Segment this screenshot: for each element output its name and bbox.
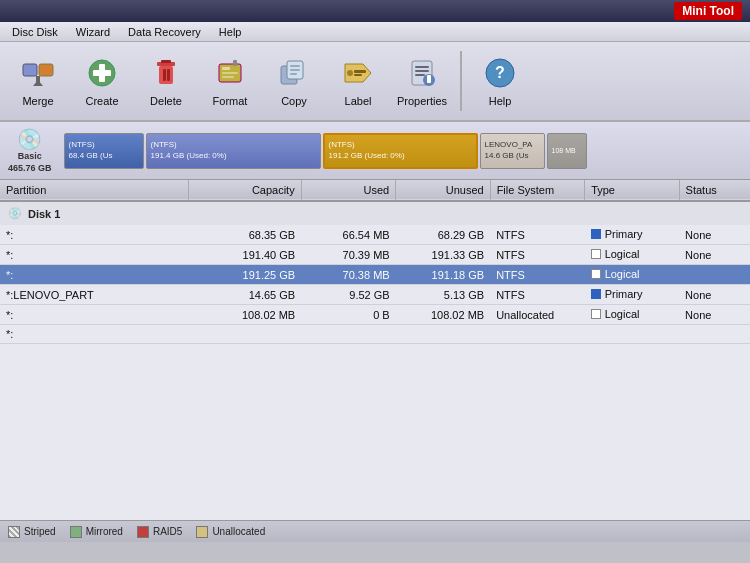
cell-type — [585, 325, 679, 344]
cell-capacity: 14.65 GB — [189, 285, 301, 305]
menu-wizard[interactable]: Wizard — [68, 24, 118, 40]
cell-status: None — [679, 305, 750, 325]
partition-bars: (NTFS) 68.4 GB (Us (NTFS) 191.4 GB (Used… — [64, 133, 742, 169]
help-button[interactable]: ? Help — [470, 47, 530, 115]
cell-fs: NTFS — [490, 225, 584, 245]
app-title: Mini Tool — [674, 2, 742, 20]
merge-icon — [20, 55, 56, 91]
svg-rect-10 — [167, 69, 170, 81]
copy-label: Copy — [281, 95, 307, 107]
legend-unallocated: Unallocated — [196, 526, 265, 538]
cell-fs — [490, 325, 584, 344]
svg-rect-32 — [427, 75, 431, 78]
part-label-2: (NTFS) — [151, 140, 316, 150]
type-dot — [591, 269, 601, 279]
col-partition: Partition — [0, 180, 189, 201]
disk-info: Basic 465.76 GB — [8, 151, 52, 174]
create-button[interactable]: Create — [72, 47, 132, 115]
cell-status: None — [679, 285, 750, 305]
menu-disc-disk[interactable]: Disc Disk — [4, 24, 66, 40]
disk-icon-area: 💿 Basic 465.76 GB — [8, 127, 52, 174]
part-label-3: (NTFS) — [329, 140, 472, 150]
table-row-selected[interactable]: *: 191.25 GB 70.38 MB 191.18 GB NTFS Log… — [0, 265, 750, 285]
table-row[interactable]: *: 108.02 MB 0 B 108.02 MB Unallocated L… — [0, 305, 750, 325]
table-row[interactable]: *: 68.35 GB 66.54 MB 68.29 GB NTFS Prima… — [0, 225, 750, 245]
type-dot — [591, 289, 601, 299]
title-bar: Mini Tool — [0, 0, 750, 22]
svg-rect-1 — [39, 64, 53, 76]
cell-unused: 191.18 GB — [396, 265, 490, 285]
cell-type: Primary — [585, 225, 679, 245]
part-bar-4[interactable]: LENOVO_PA 14.6 GB (Us — [480, 133, 545, 169]
cell-fs: NTFS — [490, 285, 584, 305]
properties-button[interactable]: Properties — [392, 47, 452, 115]
legend-raid5: RAID5 — [137, 526, 182, 538]
part-bar-5[interactable]: 108 MB — [547, 133, 587, 169]
properties-icon — [404, 55, 440, 91]
content-area: Partition Capacity Used Unused File Syst… — [0, 180, 750, 520]
cell-capacity: 191.40 GB — [189, 245, 301, 265]
merge-button[interactable]: Merge — [8, 47, 68, 115]
cell-status: None — [679, 225, 750, 245]
cell-used: 66.54 MB — [301, 225, 395, 245]
cell-type: Logical — [585, 265, 679, 285]
part-bar-2[interactable]: (NTFS) 191.4 GB (Used: 0%) — [146, 133, 321, 169]
cell-capacity: 191.25 GB — [189, 265, 301, 285]
menu-help[interactable]: Help — [211, 24, 250, 40]
create-label: Create — [85, 95, 118, 107]
part-sub-4: 14.6 GB (Us — [485, 151, 540, 161]
svg-text:?: ? — [495, 64, 505, 81]
copy-icon — [276, 55, 312, 91]
label-label: Label — [345, 95, 372, 107]
table-header: Partition Capacity Used Unused File Syst… — [0, 180, 750, 201]
format-label: Format — [213, 95, 248, 107]
legend-mirrored: Mirrored — [70, 526, 123, 538]
cell-unused: 191.33 GB — [396, 245, 490, 265]
part-sub-1: 68.4 GB (Us — [69, 151, 139, 161]
cell-type: Logical — [585, 305, 679, 325]
table-row[interactable]: *: 191.40 GB 70.39 MB 191.33 GB NTFS Log… — [0, 245, 750, 265]
cell-status: None — [679, 245, 750, 265]
cell-used: 9.52 GB — [301, 285, 395, 305]
svg-rect-13 — [222, 67, 230, 70]
disk-row: 💿 Disk 1 — [0, 201, 750, 225]
disk-row-icon: 💿 — [8, 207, 22, 220]
menu-data-recovery[interactable]: Data Recovery — [120, 24, 209, 40]
svg-point-23 — [347, 70, 353, 76]
disk-type: Basic — [8, 151, 52, 163]
cell-type: Logical — [585, 245, 679, 265]
legend-label-mirrored: Mirrored — [86, 526, 123, 537]
svg-rect-16 — [233, 60, 237, 66]
svg-rect-28 — [415, 70, 429, 72]
cell-capacity — [189, 325, 301, 344]
svg-rect-24 — [354, 70, 366, 73]
cell-used: 70.39 MB — [301, 245, 395, 265]
copy-button[interactable]: Copy — [264, 47, 324, 115]
merge-label: Merge — [22, 95, 53, 107]
svg-rect-6 — [93, 70, 111, 76]
part-bar-1[interactable]: (NTFS) 68.4 GB (Us — [64, 133, 144, 169]
col-used: Used — [301, 180, 395, 201]
label-icon — [340, 55, 376, 91]
label-button[interactable]: Label — [328, 47, 388, 115]
disk-row-label: Disk 1 — [28, 208, 60, 220]
delete-button[interactable]: Delete — [136, 47, 196, 115]
help-label: Help — [489, 95, 512, 107]
legend-dot-unalloc — [196, 526, 208, 538]
cell-partition: *: — [0, 305, 189, 325]
part-bar-3[interactable]: (NTFS) 191.2 GB (Used: 0%) — [323, 133, 478, 169]
part-label-4: LENOVO_PA — [485, 140, 540, 150]
col-type: Type — [585, 180, 679, 201]
legend-label-unalloc: Unallocated — [212, 526, 265, 537]
properties-label: Properties — [397, 95, 447, 107]
legend-dot-raid5 — [137, 526, 149, 538]
part-sub-5: 108 MB — [552, 146, 582, 155]
table-row[interactable]: *:LENOVO_PART 14.65 GB 9.52 GB 5.13 GB N… — [0, 285, 750, 305]
table-row[interactable]: *: — [0, 325, 750, 344]
svg-rect-25 — [354, 74, 362, 76]
cell-fs: NTFS — [490, 265, 584, 285]
col-fs: File System — [490, 180, 584, 201]
svg-rect-0 — [23, 64, 37, 76]
cell-fs: Unallocated — [490, 305, 584, 325]
format-button[interactable]: Format — [200, 47, 260, 115]
